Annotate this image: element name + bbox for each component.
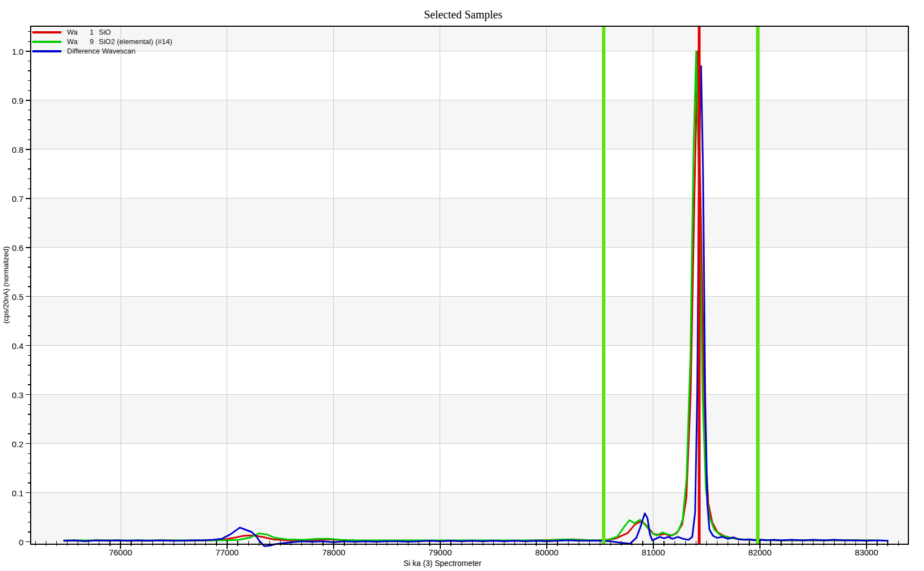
decade-band — [31, 297, 908, 346]
decade-band — [31, 100, 908, 149]
y-tick-label: 0.3 — [1, 390, 23, 399]
legend-swatch — [32, 31, 61, 33]
legend-swatch — [32, 50, 61, 52]
legend-label: Wa1SiO — [67, 28, 111, 36]
x-tick-label: 79000 — [429, 548, 452, 557]
y-tick-label: 0.5 — [1, 292, 23, 301]
y-tick-label: 0.2 — [1, 439, 23, 448]
legend: Wa1SiOWa9SiO2 (elemental) (#14)Differenc… — [32, 27, 172, 56]
y-tick-label: 0.1 — [1, 488, 23, 497]
y-tick-label: 1.0 — [1, 46, 23, 56]
legend-label: Difference Wavescan — [67, 47, 136, 55]
y-tick-label: 0.6 — [1, 243, 23, 252]
y-tick-label: 0.8 — [1, 144, 23, 154]
wavescan-chart-window: Selected Samples (cps/20nA) (normalized)… — [0, 0, 924, 571]
y-tick-label: 0 — [1, 537, 23, 546]
x-tick-label: 82000 — [748, 548, 772, 557]
decade-band — [31, 395, 908, 444]
legend-item: Wa1SiO — [32, 27, 172, 37]
x-tick-label: 78000 — [322, 548, 345, 557]
y-tick-label: 0.4 — [1, 341, 23, 350]
legend-swatch — [32, 41, 61, 43]
x-tick-label: 83000 — [855, 548, 878, 557]
x-tick-label: 76000 — [109, 548, 132, 557]
plot-area[interactable] — [0, 0, 924, 571]
x-tick-label: 77000 — [215, 548, 239, 557]
decade-band — [31, 493, 908, 544]
y-tick-label: 0.9 — [1, 95, 23, 105]
legend-item: Wa9SiO2 (elemental) (#14) — [32, 37, 172, 46]
x-tick-label: 80000 — [535, 548, 559, 557]
y-tick-label: 0.7 — [1, 193, 23, 203]
x-tick-label: 81000 — [642, 548, 665, 557]
legend-item: Difference Wavescan — [32, 46, 172, 56]
legend-label: Wa9SiO2 (elemental) (#14) — [67, 37, 172, 46]
decade-band — [31, 199, 908, 248]
